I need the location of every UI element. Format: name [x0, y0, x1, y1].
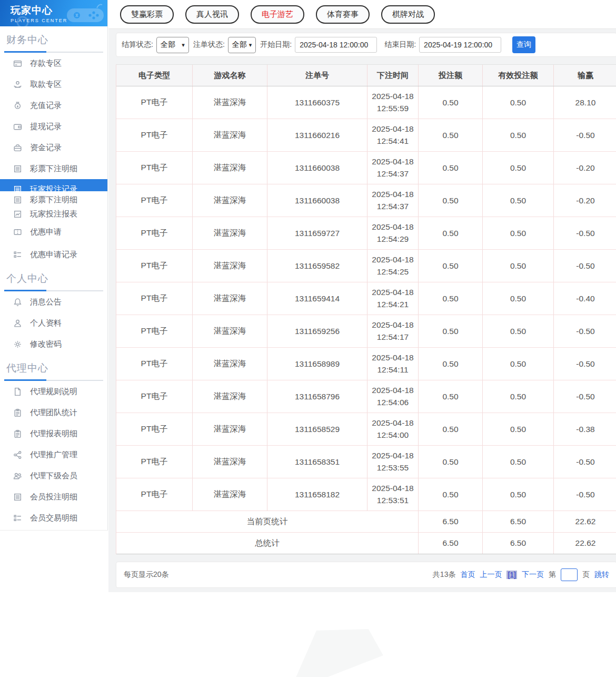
jump-suffix-label: 页: [582, 570, 590, 580]
sidebar-item[interactable]: 代理规则说明: [0, 381, 107, 402]
section-personal-title: 个人中心: [6, 272, 103, 286]
sidebar-item[interactable]: 存款专区: [0, 53, 107, 74]
clipboard-icon: [13, 408, 22, 417]
table-row: PT电子 湛蓝深海 1311660038 2025-04-18 12:54:37…: [116, 184, 616, 217]
end-date-label: 结束日期:: [384, 40, 416, 50]
table-row: PT电子 湛蓝深海 1311660216 2025-04-18 12:54:41…: [116, 119, 616, 152]
withdraw-hand-icon: [13, 80, 22, 89]
settle-status-select[interactable]: 全部 ▾: [156, 37, 189, 53]
table-body: PT电子 湛蓝深海 1311660375 2025-04-18 12:55:59…: [116, 86, 616, 511]
jump-prefix-label: 第: [549, 570, 556, 580]
sidebar-item[interactable]: 取款专区: [0, 74, 107, 95]
first-page-link[interactable]: 首页: [460, 570, 475, 580]
section-agent-title: 代理中心: [6, 361, 103, 375]
list-icon: [13, 164, 22, 173]
settle-status-label: 结算状态:: [122, 40, 153, 50]
sidebar-item[interactable]: 优惠申请记录: [0, 244, 107, 265]
table-row: PT电子 湛蓝深海 1311660038 2025-04-18 12:54:37…: [116, 152, 616, 184]
table-row: PT电子 湛蓝深海 1311659414 2025-04-18 12:54:21…: [116, 282, 616, 315]
circle-decoration: [15, 16, 31, 26]
col-header-order-id: 注单号: [267, 65, 367, 86]
table-row: PT电子 湛蓝深海 1311658529 2025-04-18 12:54:00…: [116, 413, 616, 446]
total-summary-win: 22.62: [553, 533, 616, 554]
game-tab[interactable]: 棋牌对战: [381, 5, 435, 24]
chevron-down-icon: ▾: [182, 42, 185, 48]
game-tab[interactable]: 真人视讯: [185, 5, 239, 24]
sidebar-item[interactable]: 玩家投注记录: [0, 179, 107, 191]
total-summary-valid: 6.50: [482, 533, 553, 554]
finance-menu: 存款专区 取款专区 充值记录 提现记录 资金记录 彩票下注明细 玩家投注记录 彩…: [0, 53, 107, 265]
sidebar-item[interactable]: 消息公告: [0, 291, 107, 312]
total-summary-label: 总统计: [116, 533, 418, 554]
table-row: PT电子 湛蓝深海 1311659582 2025-04-18 12:54:25…: [116, 250, 616, 282]
col-header-win-loss: 输赢: [553, 65, 616, 86]
list-icon: [13, 493, 22, 502]
clipboard-icon: [13, 429, 22, 438]
list-check-icon: [13, 514, 22, 523]
col-header-type: 电子类型: [116, 65, 192, 86]
current-page-indicator: [1]: [506, 571, 517, 579]
doc-icon: [13, 387, 22, 396]
sidebar-item[interactable]: 个人资料: [0, 312, 107, 333]
page-summary-row: 当前页统计 6.50 6.50 22.62: [116, 511, 616, 533]
sidebar-item[interactable]: 会员交易明细: [0, 507, 107, 528]
game-tab[interactable]: 体育赛事: [316, 5, 370, 24]
sidebar: 玩家中心 PLAYERS CENTER 财务中心 存款专区 取款专区 充值记录: [0, 0, 108, 531]
page-summary-label: 当前页统计: [116, 511, 418, 532]
section-divider: [6, 380, 103, 381]
main-area: 雙赢彩票 真人视讯 电子游艺 体育赛事 棋牌对战 结算状态: 全部 ▾ 注单状态…: [108, 0, 616, 677]
sidebar-item[interactable]: 优惠申请: [0, 220, 107, 244]
sidebar-item[interactable]: 代理推广管理: [0, 444, 107, 465]
sidebar-item[interactable]: 代理报表明细: [0, 423, 107, 444]
pagination-bar: 每页显示20条 共13条 首页 上一页 [1] 下一页 第 页 跳转: [116, 562, 616, 588]
coupon-icon: [13, 228, 22, 237]
total-summary-bet: 6.50: [418, 533, 482, 554]
table-row: PT电子 湛蓝深海 1311658182 2025-04-18 12:53:51…: [116, 478, 616, 511]
list-icon: [13, 195, 22, 204]
game-category-tabs: 雙赢彩票 真人视讯 电子游艺 体育赛事 棋牌对战: [108, 0, 616, 29]
chart-icon: [13, 210, 22, 219]
table-row: PT电子 湛蓝深海 1311658796 2025-04-18 12:54:06…: [116, 380, 616, 413]
list-icon: [13, 179, 22, 191]
jump-button[interactable]: 跳转: [594, 570, 609, 580]
start-date-label: 开始日期:: [260, 40, 292, 50]
sidebar-item[interactable]: 会员投注明细: [0, 486, 107, 507]
share-icon: [13, 450, 22, 459]
sidebar-item[interactable]: 彩票下注明细: [0, 191, 107, 208]
deposit-card-icon: [13, 59, 22, 68]
table-row: PT电子 湛蓝深海 1311658351 2025-04-18 12:53:55…: [116, 446, 616, 478]
users-icon: [13, 472, 22, 480]
sidebar-item[interactable]: 提现记录: [0, 116, 107, 137]
order-status-select[interactable]: 全部 ▾: [228, 37, 256, 53]
col-header-bet-amount: 投注额: [418, 65, 482, 86]
game-tab[interactable]: 电子游艺: [251, 5, 304, 24]
sidebar-item[interactable]: 彩票下注明细: [0, 158, 107, 179]
table-row: PT电子 湛蓝深海 1311659256 2025-04-18 12:54:17…: [116, 315, 616, 348]
purse-icon: [13, 143, 22, 152]
page-jump-input[interactable]: [561, 568, 578, 581]
personal-menu: 消息公告 个人资料 修改密码: [0, 291, 107, 355]
sidebar-item[interactable]: 资金记录: [0, 137, 107, 158]
start-date-input[interactable]: [295, 37, 377, 53]
sidebar-item[interactable]: 充值记录: [0, 95, 107, 116]
page-summary-bet: 6.50: [418, 511, 482, 532]
next-page-link[interactable]: 下一页: [522, 570, 544, 580]
user-icon: [13, 319, 22, 328]
sidebar-item[interactable]: 代理下级会员: [0, 465, 107, 486]
order-status-label: 注单状态:: [193, 40, 225, 50]
search-button[interactable]: 查询: [512, 36, 535, 53]
total-count: 共13条: [433, 570, 456, 580]
agent-menu: 代理规则说明 代理团队统计 代理报表明细 代理推广管理 代理下级会员 会员投注明…: [0, 381, 107, 528]
table-row: PT电子 湛蓝深海 1311658989 2025-04-18 12:54:11…: [116, 348, 616, 380]
sidebar-item[interactable]: 代理团队统计: [0, 402, 107, 423]
end-date-input[interactable]: [419, 37, 501, 53]
bell-icon: [13, 298, 22, 307]
section-divider: [6, 52, 103, 53]
col-header-bet-time: 下注时间: [367, 65, 418, 86]
col-header-valid-bet: 有效投注额: [482, 65, 553, 86]
sidebar-item[interactable]: 玩家投注报表: [0, 208, 107, 220]
sidebar-item[interactable]: 修改密码: [0, 333, 107, 355]
prev-page-link[interactable]: 上一页: [480, 570, 502, 580]
game-tab[interactable]: 雙赢彩票: [120, 5, 174, 24]
table-header-row: 电子类型 游戏名称 注单号 下注时间 投注额 有效投注额 输赢: [116, 65, 616, 86]
